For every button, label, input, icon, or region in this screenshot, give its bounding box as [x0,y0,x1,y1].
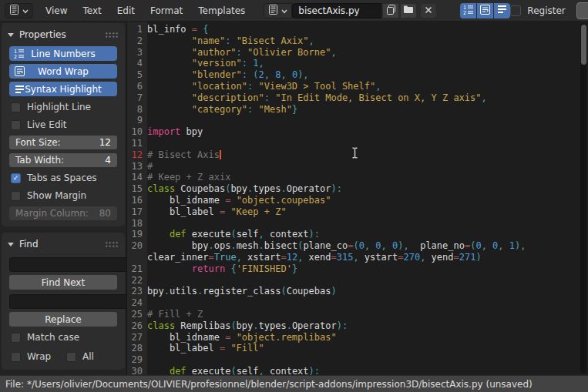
line-number: 1 [127,24,147,35]
code-line[interactable]: 6 "location": "View3D > Tool Shelf", [127,81,579,92]
topbar: ViewTextEditFormatTemplates [0,0,588,22]
word-wrap-toggle[interactable] [477,3,493,18]
toggle-word-wrap[interactable]: Word Wrap [9,64,117,79]
line-number: 3 [127,47,147,59]
text-datablock-dropdown[interactable] [264,3,292,18]
code-line[interactable]: 5 "blender": (2, 8, 0), [127,69,579,81]
replace-button[interactable]: Replace [9,312,117,327]
code-line[interactable]: 27 bl_idname = "object.remplibas" [127,332,579,343]
line-number: 20 [127,240,147,252]
code-line[interactable]: 9 [127,115,579,126]
code-line[interactable]: 12# Bisect Axis [127,149,579,161]
checkbox-tabs-as-spaces[interactable]: ✓Tabs as Spaces [11,171,117,185]
code-lines: 1bl_info = {2 "name": "Bisect Axix",3 "a… [127,24,579,375]
code-line[interactable]: 26class Remplibas(bpy.types.Operator): [127,320,579,332]
code-line[interactable]: 16 bl_idname = "object.coupebas" [127,195,579,206]
code-line[interactable]: 7 "description": "In Edit Mode, Bisect o… [127,92,579,104]
menu-format[interactable]: Format [143,0,190,22]
code-line[interactable]: 1bl_info = { [127,24,579,35]
code-line[interactable]: 20 bpy.ops.mesh.bisect(plane_co=(0, 0, 0… [127,240,579,252]
text-datablock-group [264,3,437,18]
field-value: 80 [99,208,111,219]
code-line[interactable]: 28 bl_label = "Fill" [127,343,579,354]
code-line[interactable]: 13# [127,161,579,173]
text-datablock-icon [268,5,278,17]
find-next-button[interactable]: Find Next [9,275,117,290]
checkbox-wrap[interactable]: Wrap [11,350,62,364]
code-line[interactable]: clear_inner=True, xstart=12, xend=315, y… [127,252,579,263]
menu-templates[interactable]: Templates [190,0,253,22]
line-number: 22 [127,275,147,286]
unlink-text-button[interactable] [420,3,437,18]
drag-grip-icon[interactable] [105,241,119,248]
field-font-size[interactable]: Font Size:12 [9,136,117,149]
code-line[interactable]: 22 [127,275,579,286]
editor-type-dropdown[interactable] [5,3,33,18]
code-line[interactable]: 11 [127,138,579,149]
code-line[interactable]: 24 [127,297,579,309]
line-text: def execute(self, context): [147,229,320,240]
code-line[interactable]: 17 bl_label = "Keep + Z" [127,206,579,218]
line-number: 12 [127,149,147,161]
checkbox-box [11,333,21,343]
code-line[interactable]: 15class Coupebas(bpy.types.Operator): [127,183,579,195]
find-input[interactable] [9,257,127,272]
open-text-button[interactable] [400,3,417,18]
register-checkbox[interactable]: Register [510,5,565,16]
properties-panel-header[interactable]: Properties [8,26,119,43]
line-number: 11 [127,138,147,149]
code-line[interactable]: 19 def execute(self, context): [127,229,579,240]
line-number: 7 [127,92,147,104]
line-number: 6 [127,81,147,92]
chevron-down-icon [22,5,29,16]
field-label: Tab Width: [15,155,64,166]
code-line[interactable]: 29 [127,354,579,366]
toggle-line-numbers[interactable]: 12Line Numbers [9,46,117,61]
line-numbers-icon: 12 [463,5,474,17]
status-bar: File: */Users/olivier/Documents/OLIVIER/… [0,375,588,392]
code-line[interactable]: 14# Keep + Z axix [127,172,579,183]
checkbox-box [11,120,21,130]
field-tab-width[interactable]: Tab Width:4 [9,153,117,167]
code-editor[interactable]: 1bl_info = {2 "name": "Bisect Axix",3 "a… [127,22,588,375]
code-line[interactable]: 10import bpy [127,126,579,138]
menu-view[interactable]: View [38,0,75,22]
text-cursor-caret [220,150,221,159]
code-line[interactable]: 30 def execute(self, context): [127,366,579,375]
code-line[interactable]: 4 "version": 1, [127,58,579,69]
new-text-button[interactable] [382,3,399,18]
run-script-button[interactable]: Run Script [576,2,588,19]
scrollbar-track[interactable] [580,23,586,374]
find-panel-header[interactable]: Find [8,236,119,253]
checkbox-all[interactable]: All [66,350,117,364]
line-number: 5 [127,69,147,81]
properties-checkboxes-mid: ✓Tabs as SpacesShow Margin [8,171,119,203]
text-name-field[interactable] [292,3,381,18]
code-line[interactable]: 2 "name": "Bisect Axix", [127,35,579,47]
line-text: "location": "View3D > Tool Shelf", [147,81,381,92]
code-line[interactable]: 18 [127,218,579,230]
checkbox-match-case[interactable]: Match case [11,330,117,344]
field-label: Font Size: [15,137,61,148]
syntax-highlight-toggle[interactable] [494,3,510,18]
code-line[interactable]: 3 "author": "Olivier Borne", [127,47,579,59]
code-line[interactable]: 25# Fill + Z [127,309,579,320]
line-number: 16 [127,195,147,206]
line-number: 28 [127,343,147,354]
menu-edit[interactable]: Edit [109,0,143,22]
checkbox-live-edit[interactable]: Live Edit [11,118,117,132]
toggle-syntax-highlight[interactable]: Syntax Highlight [9,82,117,96]
scrollbar-handle[interactable] [581,25,586,65]
code-line[interactable]: 8 "category": "Mesh"} [127,104,579,116]
code-line[interactable]: 21 return {'FINISHED'} [127,263,579,275]
checkbox-show-margin[interactable]: Show Margin [11,189,117,203]
code-line[interactable]: 23bpy.utils.register_class(Coupebas) [127,286,579,297]
checkbox-highlight-line[interactable]: Highlight Line [11,100,117,114]
replace-input[interactable] [9,294,127,309]
line-text: "name": "Bisect Axix", [147,35,314,47]
drag-grip-icon[interactable] [105,32,119,39]
menu-text[interactable]: Text [75,0,109,22]
line-text: bl_idname = "object.coupebas" [147,195,331,206]
line-numbers-toggle[interactable]: 12 [460,3,476,18]
line-number: 4 [127,58,147,69]
